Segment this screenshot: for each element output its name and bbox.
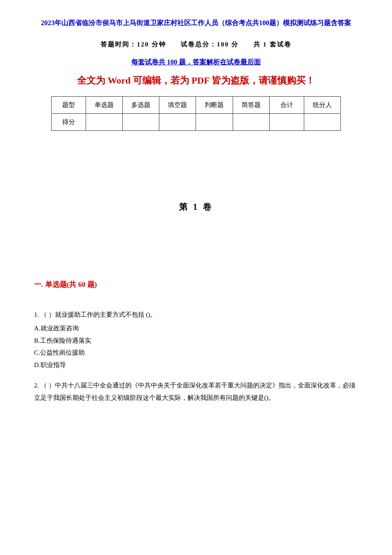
exam-info-line: 答题时间：120 分钟 试卷总分：100 分 共 1 套试卷 (34, 39, 358, 50)
question-1-text: 1. （ ）就业援助工作的主要方式不包括 ()。 (34, 309, 358, 321)
col-fill: 填空题 (159, 97, 196, 114)
question-1-options: A.就业政策咨询 B.工伤保险待遇落实 C.公益性岗位援助 D.职业指导 (34, 322, 358, 371)
score-scorer (304, 114, 340, 131)
page-title: 2023年山西省临汾市侯马市上马街道卫家庄村社区工作人员（综合考点共100题）模… (34, 17, 358, 29)
question-1: 1. （ ）就业援助工作的主要方式不包括 ()。 A.就业政策咨询 B.工伤保险… (34, 309, 358, 371)
question-2-text: 2. （ ）中共十八届三中全会通过的《中共中央关于全面深化改革若干重大问题的决定… (34, 379, 358, 404)
option-1a: A.就业政策咨询 (34, 322, 358, 335)
question-2: 2. （ ）中共十八届三中全会通过的《中共中央关于全面深化改革若干重大问题的决定… (34, 379, 358, 404)
section1-title: 一. 单选题(共 60 题) (34, 278, 358, 292)
option-1d: D.职业指导 (34, 359, 358, 371)
score-single (86, 114, 123, 131)
col-scorer: 统分人 (304, 97, 340, 114)
col-multi: 多选题 (123, 97, 159, 114)
notice-2: 全文为 Word 可编辑，若为 PDF 皆为盗版，请谨慎购买！ (34, 73, 358, 88)
volume-label: 第 1 卷 (34, 199, 358, 214)
col-short: 简答题 (233, 97, 269, 114)
score-short (233, 114, 269, 131)
score-table-header-row: 题型 单选题 多选题 填空题 判断题 简答题 合计 统分人 (52, 97, 341, 114)
score-total (269, 114, 304, 131)
option-1c: C.公益性岗位援助 (34, 347, 358, 359)
row-label: 得分 (52, 114, 86, 131)
score-judge (196, 114, 233, 131)
col-single: 单选题 (86, 97, 123, 114)
col-total: 合计 (269, 97, 304, 114)
score-multi (123, 114, 159, 131)
col-type: 题型 (52, 97, 86, 114)
score-table: 题型 单选题 多选题 填空题 判断题 简答题 合计 统分人 得分 (51, 96, 341, 131)
notice-1: 每套试卷共 100 题，答案解析在试卷最后面 (34, 56, 358, 69)
score-table-data-row: 得分 (52, 114, 341, 131)
score-fill (159, 114, 196, 131)
col-judge: 判断题 (196, 97, 233, 114)
option-1b: B.工伤保险待遇落实 (34, 335, 358, 347)
